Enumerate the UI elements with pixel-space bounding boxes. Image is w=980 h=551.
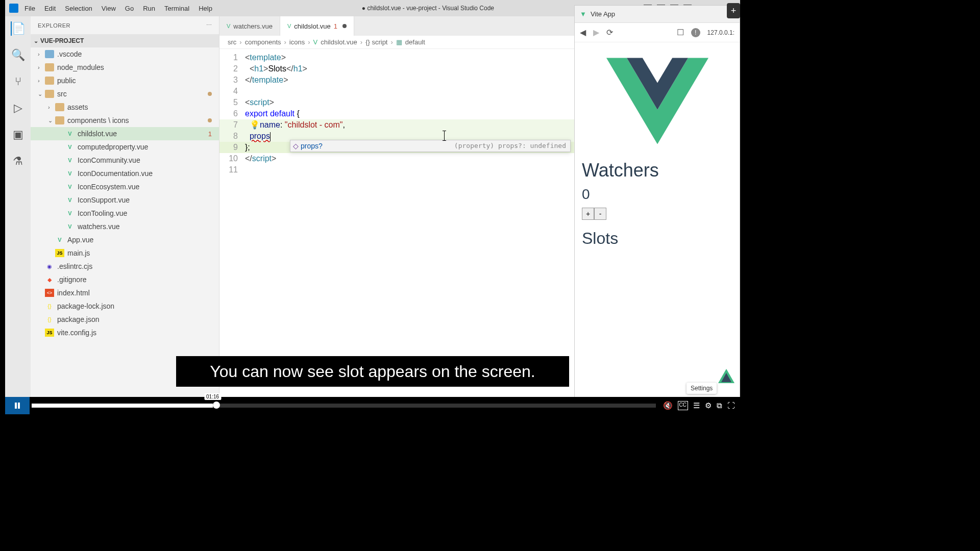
tree-item[interactable]: VIconCommunity.vue: [31, 154, 219, 167]
text-cursor-icon: [444, 131, 445, 141]
menu-edit[interactable]: Edit: [44, 5, 56, 12]
tree-item[interactable]: ⌄src: [31, 87, 219, 101]
counter-buttons: +-: [582, 208, 732, 220]
mute-icon[interactable]: 🔇: [663, 401, 673, 410]
editor-tab[interactable]: Vwatchers.vue: [219, 16, 280, 36]
search-icon[interactable]: 🔍: [11, 48, 25, 62]
suggest-detail: (property) props?: undefined: [454, 140, 570, 152]
transcript-icon[interactable]: ☰: [693, 401, 700, 410]
tree-item[interactable]: JSmain.js: [31, 246, 219, 260]
breadcrumb-item[interactable]: default: [405, 38, 425, 46]
tree-item[interactable]: VIconSupport.vue: [31, 193, 219, 207]
tree-item[interactable]: ›node_modules: [31, 61, 219, 74]
menu-bar: FileEditSelectionViewGoRunTerminalHelp: [24, 5, 212, 12]
reload-icon[interactable]: ⟳: [606, 28, 613, 37]
decrement-button[interactable]: -: [594, 208, 606, 220]
menu-help[interactable]: Help: [199, 5, 212, 12]
explorer-sidebar: EXPLORER ⋯ ⌄ VUE-PROJECT ›.vscode›node_m…: [31, 16, 219, 414]
video-right-controls: 🔇 CC ☰ ⚙ ⧉ ⛶: [658, 401, 740, 410]
file-tree: ›.vscode›node_modules›public⌄src›assets⌄…: [31, 47, 219, 339]
vue-logo-icon: [606, 58, 708, 144]
settings-tooltip: Settings: [687, 383, 717, 394]
forward-icon[interactable]: ▶: [593, 28, 599, 37]
project-name: VUE-PROJECT: [40, 37, 84, 44]
browser-tab-title: Vite App: [591, 10, 615, 18]
pause-button[interactable]: [5, 397, 30, 414]
counter-value: 0: [582, 186, 732, 203]
breadcrumb-item[interactable]: {} script: [365, 38, 387, 46]
explorer-title: EXPLORER: [38, 22, 70, 29]
project-root[interactable]: ⌄ VUE-PROJECT: [31, 34, 219, 47]
menu-go[interactable]: Go: [125, 5, 134, 12]
more-icon[interactable]: ⋯: [206, 22, 212, 29]
new-tab-button[interactable]: +: [727, 3, 740, 18]
svg-rect-1: [18, 403, 20, 409]
progress-bar[interactable]: 01:16: [32, 404, 656, 408]
menu-run[interactable]: Run: [143, 5, 155, 12]
breadcrumb-item[interactable]: icons: [289, 38, 305, 46]
vite-favicon-icon: ▼: [580, 10, 586, 18]
browser-viewport: Watchers 0 +- Slots: [575, 42, 740, 258]
source-control-icon[interactable]: ⑂: [11, 74, 25, 89]
vscode-logo-icon: [9, 4, 18, 13]
tree-item[interactable]: VIconDocumentation.vue: [31, 167, 219, 180]
fullscreen-icon[interactable]: ⛶: [727, 401, 735, 410]
address-bar[interactable]: 127.0.0.1:: [707, 29, 734, 36]
browser-toolbar: ◀ ▶ ⟳ ☐ ! 127.0.0.1:: [575, 23, 740, 42]
svg-rect-0: [15, 403, 17, 409]
tree-item[interactable]: <>index.html: [31, 286, 219, 299]
tree-item[interactable]: VIconEcosystem.vue: [31, 180, 219, 193]
browser-window: ▼ Vite App × ◀ ▶ ⟳ ☐ ! 127.0.0.1: Watche…: [574, 5, 740, 408]
property-icon: ◇: [290, 140, 301, 152]
debug-icon[interactable]: ▷: [11, 101, 25, 115]
tree-item[interactable]: JSvite.config.js: [31, 326, 219, 339]
progress-fill: [32, 404, 213, 408]
breadcrumb-item[interactable]: components: [245, 38, 281, 46]
intellisense-popup[interactable]: ◇ props? (property) props?: undefined: [290, 140, 571, 152]
tree-item[interactable]: {}package.json: [31, 313, 219, 326]
tree-item[interactable]: ◉.eslintrc.cjs: [31, 260, 219, 273]
browser-tab[interactable]: ▼ Vite App ×: [575, 6, 740, 23]
activity-bar: 📄 🔍 ⑂ ▷ ▣ ⚗: [5, 16, 31, 414]
site-info-icon[interactable]: !: [691, 28, 700, 37]
pip-icon[interactable]: ⧉: [717, 401, 722, 410]
settings-icon[interactable]: ⚙: [705, 401, 712, 410]
time-tooltip: 01:16: [204, 393, 221, 400]
increment-button[interactable]: +: [582, 208, 594, 220]
video-controls: 01:16 🔇 CC ☰ ⚙ ⧉ ⛶: [5, 397, 740, 414]
video-caption: You can now see slot appears on the scre…: [176, 356, 569, 387]
menu-selection[interactable]: Selection: [65, 5, 92, 12]
menu-view[interactable]: View: [102, 5, 116, 12]
explorer-header: EXPLORER ⋯: [31, 16, 219, 34]
tree-item[interactable]: ›.vscode: [31, 47, 219, 61]
tree-item[interactable]: ›assets: [31, 101, 219, 114]
editor-tab[interactable]: Vchildslot.vue 1: [280, 16, 354, 36]
back-icon[interactable]: ◀: [580, 28, 586, 37]
tree-item[interactable]: VApp.vue: [31, 233, 219, 246]
breadcrumb-item[interactable]: src: [228, 38, 236, 46]
extensions-icon[interactable]: ▣: [11, 128, 25, 142]
progress-knob[interactable]: [213, 402, 220, 409]
vue-cursor-icon: [716, 367, 737, 387]
watchers-heading: Watchers: [582, 160, 732, 181]
bookmark-icon[interactable]: ☐: [677, 28, 684, 37]
tree-item[interactable]: Vcomputedproperty.vue: [31, 140, 219, 154]
chevron-down-icon: ⌄: [34, 38, 38, 44]
tree-item[interactable]: ›public: [31, 74, 219, 87]
testing-icon[interactable]: ⚗: [11, 154, 25, 168]
menu-terminal[interactable]: Terminal: [164, 5, 189, 12]
tree-item[interactable]: VIconTooling.vue: [31, 207, 219, 220]
cc-icon[interactable]: CC: [678, 401, 688, 410]
tree-item[interactable]: ◆.gitignore: [31, 273, 219, 286]
tree-item[interactable]: {}package-lock.json: [31, 299, 219, 313]
tree-item[interactable]: Vchildslot.vue1: [31, 127, 219, 140]
menu-file[interactable]: File: [24, 5, 35, 12]
slots-heading: Slots: [582, 229, 732, 248]
breadcrumb-item[interactable]: childslot.vue: [321, 38, 357, 46]
tree-item[interactable]: ⌄components \ icons: [31, 114, 219, 127]
suggest-label: props?: [301, 140, 323, 152]
explorer-icon[interactable]: 📄: [11, 21, 25, 36]
tree-item[interactable]: Vwatchers.vue: [31, 220, 219, 233]
